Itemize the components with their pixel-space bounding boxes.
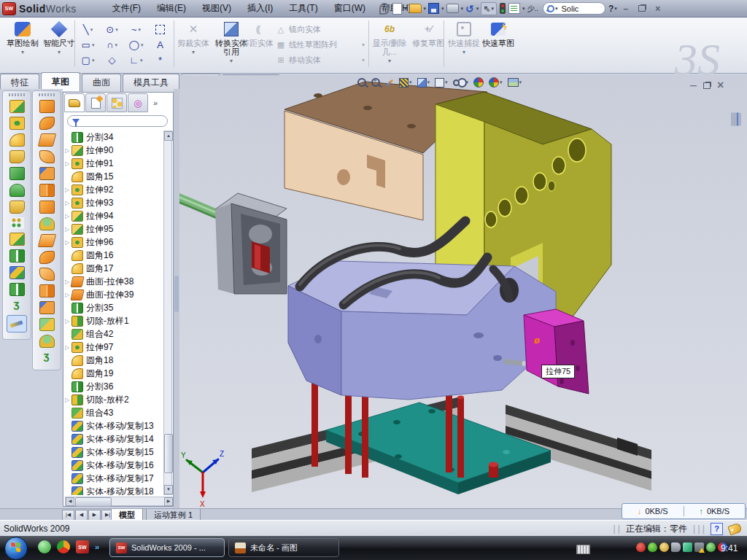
start-button[interactable] [4, 537, 28, 560]
doc-close-button[interactable]: × [717, 79, 724, 92]
tree-item[interactable]: 圆角19 [65, 367, 164, 380]
expand-arrow-icon[interactable]: ▷ [65, 397, 71, 403]
part-side-block[interactable]: ø [524, 309, 589, 394]
solidworks-shortcut-icon[interactable]: SW [76, 540, 89, 553]
expand-arrow-icon[interactable]: ▷ [65, 213, 71, 219]
tree-vertical-scrollbar[interactable]: ▲ ▼ [163, 131, 172, 495]
tree-item[interactable]: ▷拉伸92 [65, 183, 164, 196]
wireless-alert-icon[interactable] [694, 542, 704, 552]
security-center-icon[interactable] [636, 542, 646, 552]
open-icon[interactable] [409, 4, 422, 13]
quick-launch-overflow-icon[interactable]: » [95, 542, 99, 551]
linear-pattern-icon[interactable] [10, 217, 24, 229]
fillet-icon[interactable] [9, 133, 25, 147]
sketch-fillet-icon[interactable]: ∟▾ [124, 55, 148, 66]
expand-arrow-icon[interactable]: ▷ [65, 200, 71, 206]
tree-item[interactable]: 圆角16 [65, 249, 164, 262]
replace-face-icon[interactable] [39, 335, 55, 348]
filled-surface-icon[interactable] [39, 251, 55, 264]
tree-item[interactable]: ▷拉伸96 [65, 236, 164, 249]
tree-item[interactable]: 分割35 [65, 301, 164, 314]
move-copy-icon[interactable] [9, 266, 25, 279]
tree-item[interactable]: 实体-移动/复制18 [65, 485, 164, 495]
tree-item[interactable]: 实体-移动/复制15 [65, 446, 164, 459]
expand-arrow-icon[interactable]: ▷ [65, 239, 71, 246]
tree-item[interactable]: 实体-移动/复制17 [65, 472, 164, 485]
tree-item[interactable]: 实体-移动/复制16 [65, 459, 164, 472]
planar-surface-icon[interactable] [39, 201, 55, 214]
search-dropdown-icon[interactable]: ▾ [555, 6, 558, 12]
undo-icon[interactable]: ↺ [465, 4, 474, 14]
scroll-thumb[interactable] [164, 434, 173, 473]
next-tab-icon[interactable]: ▶ [88, 510, 101, 521]
new-dropdown-icon[interactable]: ▾ [404, 6, 407, 12]
options-dropdown-icon[interactable]: ▾ [522, 6, 525, 12]
taskbar-item-solidworks[interactable]: SW SolidWorks 2009 - ... [109, 538, 225, 557]
instant3d-icon[interactable] [7, 315, 27, 332]
expand-arrow-icon[interactable]: ▷ [65, 147, 71, 154]
panel-tabs-overflow[interactable]: » [153, 98, 158, 107]
new-document-icon[interactable] [392, 3, 402, 15]
doc-restore-button[interactable] [703, 79, 711, 92]
tree-item[interactable]: ▷曲面-拉伸39 [65, 288, 164, 301]
hide-show-items-button[interactable]: ▾ [453, 79, 469, 86]
save-icon[interactable] [428, 3, 439, 14]
expand-arrow-icon[interactable]: ▷ [65, 187, 71, 193]
toolbar-grip[interactable] [9, 93, 25, 96]
combine-icon[interactable] [9, 249, 25, 262]
scroll-right-icon[interactable]: ▶ [164, 497, 173, 506]
tree-item[interactable]: ▷拉伸97 [65, 341, 164, 354]
scroll-thumb[interactable] [75, 497, 112, 507]
expand-arrow-icon[interactable]: ▷ [65, 160, 71, 167]
quick-tips-icon[interactable]: ? [711, 523, 723, 535]
menu-item[interactable]: 插入(I) [239, 0, 281, 17]
boundary-surface-icon[interactable] [39, 167, 55, 180]
swept-surface-icon[interactable] [37, 133, 55, 147]
pin-icon[interactable] [379, 3, 390, 15]
tab-dimxpertmanager[interactable]: ◎ [128, 93, 148, 112]
rib-icon[interactable] [9, 184, 25, 197]
toolbar-overflow[interactable]: 少.. [527, 4, 538, 14]
extend-surface-icon[interactable] [39, 301, 55, 314]
trim-surface-icon[interactable] [39, 284, 55, 298]
save-dropdown-icon[interactable]: ▾ [441, 6, 444, 12]
tree-filter-input[interactable] [67, 115, 168, 127]
zoom-area-button[interactable] [371, 78, 380, 87]
print-dropdown-icon[interactable]: ▾ [461, 6, 464, 12]
menu-item[interactable]: 编辑(E) [149, 0, 194, 17]
help-icon[interactable]: ? [608, 4, 614, 14]
menu-item[interactable]: 工具(T) [281, 0, 325, 17]
lofted-surface-icon[interactable] [39, 150, 55, 163]
tree-item[interactable]: ▷切除-放样2 [65, 393, 164, 406]
section-view-button[interactable]: ▾ [399, 78, 412, 88]
tree-item[interactable]: 组合43 [65, 406, 164, 419]
rectangle-icon[interactable]: ▭▾ [76, 39, 100, 50]
curve-icon[interactable] [10, 300, 24, 311]
tree-item[interactable]: 圆角15 [65, 170, 164, 183]
menu-item[interactable]: 视图(V) [194, 0, 239, 17]
extruded-cut-icon[interactable] [9, 117, 25, 130]
command-tab-3[interactable]: 曲面 [82, 74, 121, 92]
tree-item[interactable]: 实体-移动/复制14 [65, 432, 164, 446]
revolved-surface-icon[interactable] [39, 117, 55, 130]
tree-item[interactable]: 组合42 [65, 327, 164, 341]
antivirus-icon[interactable] [706, 542, 716, 552]
zoom-fit-button[interactable] [357, 78, 366, 87]
scroll-left-icon[interactable]: ◀ [66, 497, 74, 506]
spline-icon[interactable]: ~▾ [124, 24, 148, 35]
tab-configurationmanager[interactable] [107, 93, 127, 112]
tree-item[interactable]: ▷曲面-拉伸38 [65, 275, 164, 288]
menu-item[interactable]: 窗口(W) [326, 0, 374, 17]
offset-surface-icon[interactable] [39, 217, 55, 230]
arc-icon[interactable]: ∩▾ [100, 39, 124, 50]
doc-minimize-button[interactable]: – [690, 79, 697, 92]
tree-item[interactable]: 圆角17 [65, 262, 164, 275]
messenger-icon[interactable] [38, 540, 51, 553]
search-input[interactable]: ▾ Solic [543, 2, 605, 15]
expand-arrow-icon[interactable]: ▷ [65, 226, 71, 233]
taskbar-item-paint[interactable]: 未命名 - 画图 [228, 538, 339, 557]
part-carrier-block[interactable] [179, 193, 287, 294]
freeform-icon[interactable] [39, 184, 55, 197]
edit-appearance-button[interactable] [473, 77, 484, 88]
curve-through-points-icon[interactable] [40, 351, 54, 363]
